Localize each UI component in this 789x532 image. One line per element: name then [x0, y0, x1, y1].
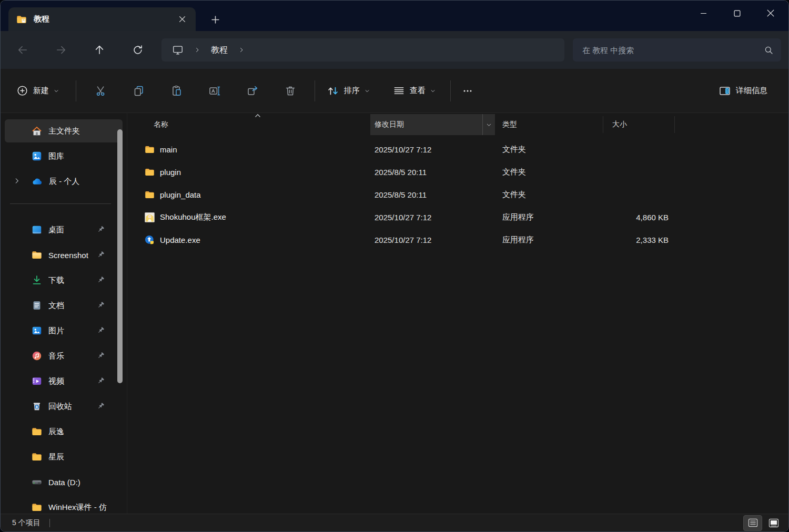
sidebar-item-label: 桌面 [48, 225, 64, 235]
file-row[interactable]: plugin_data 2025/8/5 20:11 文件夹 [127, 183, 788, 206]
cut-icon[interactable] [89, 79, 113, 103]
column-header-name[interactable]: 名称 [127, 114, 370, 135]
file-row[interactable]: plugin 2025/8/5 20:11 文件夹 [127, 161, 788, 183]
file-date: 2025/8/5 20:11 [370, 168, 495, 177]
file-list: 名称 修改日期 类型 大小 [127, 113, 788, 514]
sidebar-item-desktop[interactable]: 桌面 [5, 218, 123, 241]
sidebar-item-xingchen[interactable]: 星辰 [5, 445, 123, 468]
file-type: 文件夹 [495, 145, 603, 155]
copy-icon[interactable] [127, 79, 150, 103]
forward-icon[interactable] [50, 39, 72, 60]
details-view-icon[interactable] [743, 515, 762, 531]
sort-button[interactable]: 排序 [321, 78, 375, 104]
file-rows: main 2025/10/27 7:12 文件夹 plugin 2025/8/5… [127, 138, 788, 251]
file-row[interactable]: Update.exe 2025/10/27 7:12 应用程序 2,333 KB [127, 229, 788, 251]
sidebar-item-label: 主文件夹 [48, 126, 80, 136]
item-count: 5 个项目 [12, 518, 41, 528]
back-icon[interactable] [12, 39, 33, 60]
file-type: 文件夹 [495, 190, 603, 200]
folder-icon [144, 144, 155, 155]
sidebar-item-recycle-bin[interactable]: 回收站 [5, 395, 123, 418]
sidebar-item-data-drive[interactable]: Data (D:) [5, 470, 123, 494]
more-icon[interactable] [456, 79, 479, 103]
chevron-down-icon [430, 88, 436, 94]
chevron-right-icon[interactable] [13, 177, 21, 185]
minimize-icon[interactable] [686, 1, 720, 25]
sidebar-item-screenshot[interactable]: Screenshot [5, 243, 123, 267]
refresh-icon[interactable] [127, 39, 148, 60]
sidebar-item-gallery[interactable]: 图库 [5, 145, 123, 168]
file-name-cell: plugin [127, 167, 370, 178]
recycle-bin-icon [31, 401, 43, 412]
title-bar: 教程 [1, 1, 788, 31]
pictures-icon [31, 325, 43, 336]
sidebar-item-videos[interactable]: 视频 [5, 370, 123, 393]
new-button[interactable]: 新建 [11, 78, 64, 104]
folder-icon [31, 502, 43, 513]
search-icon[interactable] [764, 45, 774, 55]
sidebar-item-label: 辰 - 个人 [49, 177, 79, 187]
chevron-down-icon [365, 88, 370, 94]
tab-close-icon[interactable] [175, 12, 189, 27]
view-icon [393, 85, 405, 97]
file-date: 2025/10/27 7:12 [370, 213, 495, 222]
filter-chevron-down-icon[interactable] [482, 114, 495, 135]
this-pc-icon[interactable] [167, 41, 189, 59]
sidebar-item-home[interactable]: 主文件夹 [5, 119, 123, 142]
paste-icon[interactable] [165, 79, 188, 103]
file-row[interactable]: Shokuhou框架.exe 2025/10/27 7:12 应用程序 4,86… [127, 206, 788, 229]
rename-icon[interactable] [203, 79, 226, 103]
file-size: 2,333 KB [603, 236, 674, 244]
file-name: Shokuhou框架.exe [160, 212, 226, 222]
chevron-right-icon[interactable] [189, 41, 206, 59]
share-icon[interactable] [241, 79, 264, 103]
pin-icon [96, 401, 106, 411]
file-type: 应用程序 [495, 212, 603, 222]
sidebar-item-onedrive[interactable]: 辰 - 个人 [5, 170, 123, 193]
file-date: 2025/8/5 20:11 [370, 190, 495, 199]
sidebar-item-chenyi[interactable]: 辰逸 [5, 420, 123, 443]
pin-icon [96, 325, 106, 335]
file-size: 4,860 KB [603, 213, 674, 222]
column-divider[interactable] [674, 116, 675, 133]
sidebar-item-documents[interactable]: 文档 [5, 294, 123, 317]
sidebar-item-winhex[interactable]: WinHex课件 - 仿 [5, 496, 123, 514]
sidebar-item-pictures[interactable]: 图片 [5, 319, 123, 342]
chevron-right-icon[interactable] [233, 41, 250, 59]
explorer-tab[interactable]: 教程 [8, 7, 196, 31]
new-tab-icon[interactable] [207, 12, 224, 27]
sidebar-scrollbar[interactable] [117, 129, 123, 383]
search-box [573, 38, 781, 62]
view-toggles [743, 515, 783, 531]
sidebar-item-label: Screenshot [48, 251, 88, 260]
up-icon[interactable] [89, 39, 110, 60]
view-label: 查看 [410, 86, 426, 96]
window-controls [686, 1, 787, 25]
details-pane-label: 详细信息 [736, 86, 767, 96]
breadcrumb-item[interactable]: 教程 [206, 41, 233, 59]
search-input[interactable] [582, 46, 764, 55]
column-header-date[interactable]: 修改日期 [370, 114, 495, 135]
sidebar-item-music[interactable]: 音乐 [5, 344, 123, 367]
view-button[interactable]: 查看 [388, 78, 441, 104]
sidebar: 主文件夹 图库 辰 - 个人 [1, 113, 127, 514]
pin-icon [96, 376, 106, 386]
column-header-size[interactable]: 大小 [603, 114, 674, 135]
maximize-icon[interactable] [720, 1, 754, 25]
file-row[interactable]: main 2025/10/27 7:12 文件夹 [127, 138, 788, 161]
column-divider[interactable] [603, 116, 603, 133]
close-icon[interactable] [754, 1, 787, 25]
drive-icon [31, 476, 43, 488]
pin-icon [96, 351, 106, 361]
column-header-type[interactable]: 类型 [495, 114, 603, 135]
column-headers: 名称 修改日期 类型 大小 [127, 114, 788, 135]
sidebar-item-downloads[interactable]: 下载 [5, 269, 123, 292]
folder-icon [31, 426, 43, 437]
main-area: 主文件夹 图库 辰 - 个人 [1, 113, 788, 514]
thumbnail-view-icon[interactable] [764, 515, 783, 531]
file-date: 2025/10/27 7:12 [370, 236, 495, 244]
address-bar[interactable]: 教程 [161, 38, 564, 62]
details-pane-button[interactable]: 详细信息 [713, 78, 773, 104]
sidebar-item-label: 文档 [48, 301, 64, 311]
delete-icon[interactable] [279, 79, 302, 103]
